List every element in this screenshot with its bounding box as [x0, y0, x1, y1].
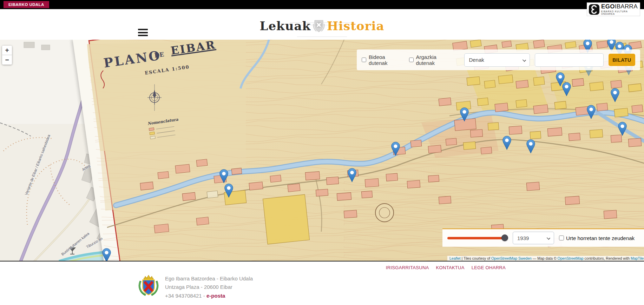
map-marker[interactable]: [460, 107, 469, 122]
video-filter-label[interactable]: Bideoa dutenak: [369, 54, 405, 66]
standing-year-label[interactable]: Urte horretan tente zeudenak: [566, 235, 635, 241]
footer-phone: +34 943708421 - e-posta: [165, 292, 253, 300]
attribution-text: | Tiles courtesy of: [461, 256, 491, 260]
chevron-down-icon: [522, 58, 526, 61]
category-select-value: Denak: [469, 57, 484, 63]
map-marker[interactable]: [502, 136, 511, 150]
search-panel: Bideoa dutenak Argazkia dutenak Denak BI…: [357, 49, 640, 70]
chevron-down-icon: [547, 236, 550, 240]
year-slider-track: [447, 237, 505, 239]
map-container[interactable]: Variante de Eibar / Eibarko saihesbidea …: [0, 40, 644, 261]
brand-name-bold: EGO: [601, 3, 615, 10]
logo-word-lekuak: Lekuak: [260, 19, 311, 33]
header: Lekuak Historia: [0, 9, 644, 40]
map-marker[interactable]: [611, 88, 619, 102]
footer-address: Untzaga Plaza - 20600 Eibar: [165, 283, 253, 291]
footer-link-irisgarritasuna[interactable]: IRISGARRITASUNA: [386, 265, 429, 270]
category-select[interactable]: Denak: [464, 53, 530, 67]
year-select-value: 1939: [517, 235, 529, 241]
video-filter-checkbox[interactable]: [362, 58, 366, 62]
maptiler-link[interactable]: MapTiler Desktop: [631, 256, 644, 260]
leaflet-link[interactable]: Leaflet: [449, 256, 461, 260]
footer-link-kontaktua[interactable]: KONTAKTUA: [436, 265, 465, 270]
ego-ibarra-logo[interactable]: EGOIBARRA EIBARKO KULTURA ONDAREA: [587, 2, 640, 16]
ego-ibarra-text: EGOIBARRA EIBARKO KULTURA ONDAREA: [601, 4, 638, 15]
search-button[interactable]: BILATU: [609, 54, 635, 66]
page: EIBARKO UDALA EGOIBARRA EIBARKO KULTURA …: [0, 0, 644, 305]
year-slider[interactable]: [447, 234, 510, 241]
eibarko-udala-badge[interactable]: EIBARKO UDALA: [4, 1, 49, 8]
logo-crest-icon: [313, 19, 325, 33]
brand-tagline: EIBARKO KULTURA ONDAREA: [601, 11, 638, 15]
standing-year-group: Urte horretan tente zeudenak: [559, 235, 635, 241]
map-marker[interactable]: [587, 105, 596, 119]
timeline-panel: 1939 Urte horretan tente zeudenak: [442, 228, 644, 247]
map-marker[interactable]: [102, 248, 111, 261]
site-logo[interactable]: Lekuak Historia: [260, 19, 385, 33]
footer-phone-number: +34 943708421 -: [165, 293, 206, 299]
map-marker[interactable]: [618, 122, 627, 136]
osm-sweden-link[interactable]: OpenStreetMap Sweden: [491, 256, 532, 260]
attribution-text: contributors, Rendered with: [584, 256, 631, 260]
footer-links: IRISGARRITASUNA KONTAKTUA LEGE OHARRA: [0, 261, 644, 270]
top-black-bar: EIBARKO UDALA: [0, 0, 644, 9]
zoom-in-button[interactable]: +: [2, 46, 12, 55]
eibar-coat-of-arms: [138, 274, 159, 297]
footer-contact-text: Ego Ibarra Batzordea - Eibarko Udala Unt…: [165, 274, 253, 300]
map-marker[interactable]: [224, 184, 233, 198]
attribution-text: — Map data ©: [532, 256, 558, 260]
year-slider-thumb[interactable]: [501, 234, 508, 241]
eposta-link[interactable]: e-posta: [206, 293, 225, 299]
map-marker[interactable]: [526, 139, 535, 154]
map-marker[interactable]: [391, 142, 400, 156]
map-marker[interactable]: [219, 169, 228, 184]
osm-link[interactable]: OpenStreetMap: [558, 256, 584, 260]
brand-name-light: IBARRA: [615, 3, 638, 10]
standing-year-checkbox[interactable]: [559, 236, 564, 240]
zoom-control: + −: [2, 46, 12, 65]
footer-org: Ego Ibarra Batzordea - Eibarko Udala: [165, 274, 253, 283]
ego-ibarra-glyph-icon: [589, 4, 599, 15]
year-select[interactable]: 1939: [513, 232, 554, 244]
footer-link-lege-oharra[interactable]: LEGE OHARRA: [472, 265, 506, 270]
map-marker[interactable]: [348, 168, 356, 183]
photo-filter-checkbox[interactable]: [409, 58, 414, 62]
map-attribution: Leaflet | Tiles courtesy of OpenStreetMa…: [447, 256, 644, 261]
footer: IRISGARRITASUNA KONTAKTUA LEGE OHARRA Eg…: [0, 261, 644, 304]
photo-filter-label[interactable]: Argazkia dutenak: [416, 54, 456, 66]
video-filter-group: Bideoa dutenak: [362, 54, 405, 66]
search-input[interactable]: [535, 53, 604, 67]
map-marker[interactable]: [562, 82, 571, 97]
footer-contact: Ego Ibarra Batzordea - Eibarko Udala Unt…: [138, 274, 644, 300]
zoom-out-button[interactable]: −: [2, 55, 12, 65]
photo-filter-group: Argazkia dutenak: [409, 54, 456, 66]
logo-word-historia: Historia: [327, 19, 384, 33]
